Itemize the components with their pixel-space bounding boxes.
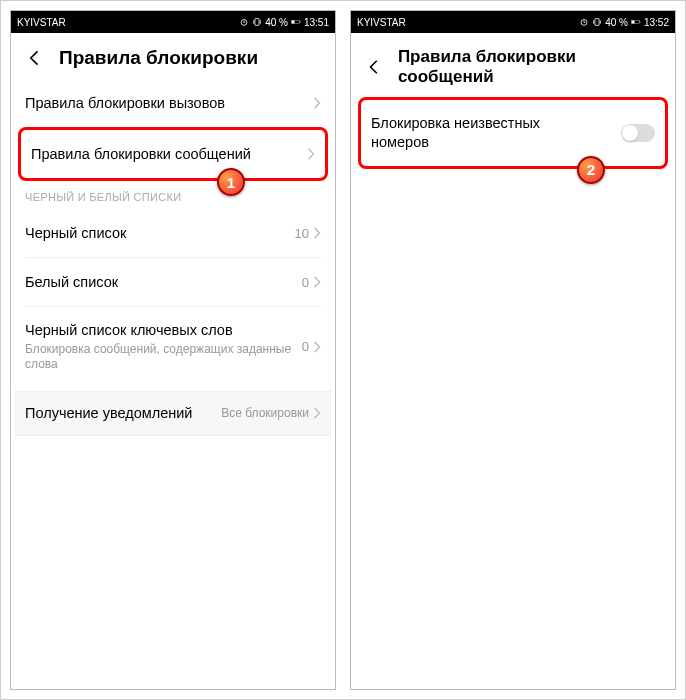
toggle-switch[interactable]	[621, 124, 655, 142]
svg-rect-8	[632, 21, 635, 24]
row-value: 0	[302, 339, 309, 354]
row-value: 10	[295, 226, 309, 241]
chevron-right-icon	[313, 276, 321, 288]
row-value: 0	[302, 275, 309, 290]
vibrate-icon	[592, 17, 602, 27]
row-block-unknown[interactable]: Блокировка неизвестных номеров	[361, 100, 665, 166]
back-icon[interactable]	[365, 57, 384, 77]
battery-icon	[291, 17, 301, 27]
row-label: Белый список	[25, 273, 118, 292]
back-icon[interactable]	[25, 48, 45, 68]
row-label: Черный список	[25, 224, 126, 243]
page-title: Правила блокировки	[59, 47, 258, 69]
section-header: ЧЕРНЫЙ И БЕЛЫЙ СПИСКИ	[15, 181, 331, 209]
chevron-right-icon	[313, 227, 321, 239]
row-notifications[interactable]: Получение уведомлений Все блокировки	[15, 391, 331, 436]
chevron-right-icon	[307, 148, 315, 160]
row-label: Правила блокировки вызовов	[25, 94, 225, 113]
svg-rect-3	[292, 21, 295, 24]
page-title: Правила блокировки сообщений	[398, 47, 661, 87]
content: Блокировка неизвестных номеров 2	[351, 97, 675, 689]
chevron-right-icon	[313, 407, 321, 419]
row-value: Все блокировки	[221, 406, 309, 420]
status-bar: KYIVSTAR 40 % 13:51	[11, 11, 335, 33]
highlight-box: Правила блокировки сообщений 1	[18, 127, 328, 181]
row-sublabel: Блокировка сообщений, содержащих заданны…	[25, 342, 302, 373]
vibrate-icon	[252, 17, 262, 27]
svg-rect-6	[595, 19, 599, 26]
app-header: Правила блокировки	[11, 33, 335, 79]
battery-text: 40 %	[265, 17, 288, 28]
content: Правила блокировки вызовов Правила блоки…	[11, 79, 335, 689]
step-badge: 1	[217, 168, 245, 196]
row-label: Черный список ключевых слов	[25, 321, 302, 340]
svg-rect-1	[255, 19, 259, 26]
status-right: 40 % 13:52	[579, 17, 669, 28]
alarm-icon	[239, 17, 249, 27]
clock: 13:52	[644, 17, 669, 28]
app-header: Правила блокировки сообщений	[351, 33, 675, 97]
clock: 13:51	[304, 17, 329, 28]
row-keywords[interactable]: Черный список ключевых слов Блокировка с…	[15, 307, 331, 387]
row-label: Правила блокировки сообщений	[31, 145, 251, 164]
battery-text: 40 %	[605, 17, 628, 28]
status-right: 40 % 13:51	[239, 17, 329, 28]
row-block-messages[interactable]: Правила блокировки сообщений	[21, 130, 325, 178]
row-whitelist[interactable]: Белый список 0	[15, 258, 331, 306]
carrier: KYIVSTAR	[357, 17, 406, 28]
row-label: Получение уведомлений	[25, 404, 192, 423]
highlight-box: Блокировка неизвестных номеров 2	[358, 97, 668, 169]
phone-right: KYIVSTAR 40 % 13:52 Правила блокировки с…	[350, 10, 676, 690]
chevron-right-icon	[313, 341, 321, 353]
svg-rect-9	[640, 21, 641, 22]
battery-icon	[631, 17, 641, 27]
step-badge: 2	[577, 156, 605, 184]
chevron-right-icon	[313, 97, 321, 109]
row-blacklist[interactable]: Черный список 10	[15, 209, 331, 257]
svg-rect-4	[300, 21, 301, 22]
phone-left: KYIVSTAR 40 % 13:51 Правила блокировки П…	[10, 10, 336, 690]
status-bar: KYIVSTAR 40 % 13:52	[351, 11, 675, 33]
row-label: Блокировка неизвестных номеров	[371, 114, 571, 152]
alarm-icon	[579, 17, 589, 27]
carrier: KYIVSTAR	[17, 17, 66, 28]
row-block-calls[interactable]: Правила блокировки вызовов	[15, 79, 331, 127]
